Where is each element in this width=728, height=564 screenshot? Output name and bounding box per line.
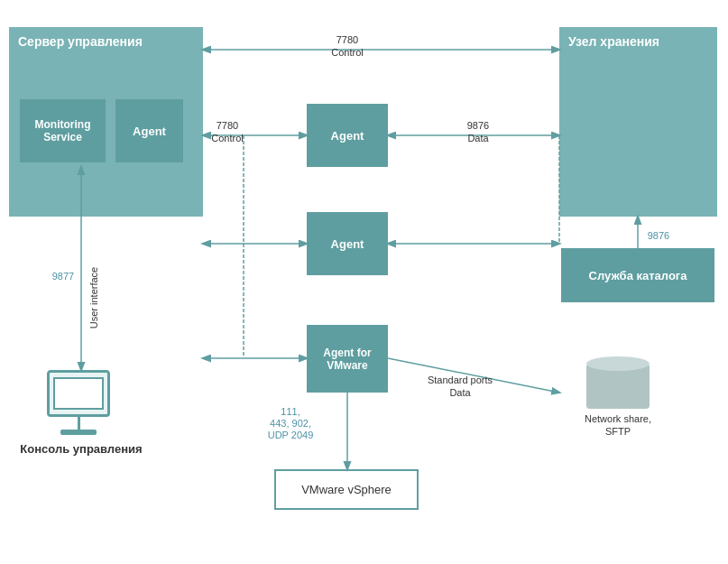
agent2-box: Agent (307, 212, 388, 275)
agent2-label: Agent (331, 237, 364, 251)
monitoring-box: MonitoringService (20, 99, 106, 162)
agent1-label: Agent (331, 129, 364, 143)
svg-text:User interface: User interface (88, 267, 99, 328)
svg-text:9876: 9876 (467, 120, 489, 131)
catalog-box: Служба каталога (561, 248, 714, 302)
svg-text:111,: 111, (281, 406, 299, 417)
agent-server-box: Agent (115, 99, 183, 162)
agent-server-label: Agent (133, 125, 166, 138)
svg-text:Control: Control (331, 47, 363, 58)
vmware-label: VMware vSphere (301, 483, 392, 496)
network-share-cylinder: Network share,SFTP (585, 356, 651, 439)
storage-box: Узел хранения (559, 27, 717, 217)
svg-text:9876: 9876 (648, 230, 669, 241)
svg-text:443, 902,: 443, 902, (270, 418, 311, 429)
svg-text:9877: 9877 (52, 271, 74, 282)
svg-text:Data: Data (449, 387, 471, 398)
agent-vmware-label: Agent forVMware (323, 347, 371, 372)
server-label: Сервер управления (18, 34, 143, 49)
catalog-label: Служба каталога (589, 269, 687, 282)
monitoring-label: MonitoringService (35, 118, 91, 143)
svg-text:Standard ports: Standard ports (428, 374, 493, 385)
network-share-label: Network share,SFTP (585, 412, 651, 439)
svg-text:UDP 2049: UDP 2049 (268, 430, 314, 440)
svg-line-13 (388, 358, 559, 393)
vmware-box: VMware vSphere (274, 469, 419, 510)
monitor-screen (47, 370, 110, 417)
svg-text:Data: Data (467, 133, 489, 143)
agent-vmware-box: Agent forVMware (307, 325, 388, 393)
cylinder-top (586, 356, 650, 371)
svg-text:7780: 7780 (217, 120, 238, 131)
console-monitor (47, 370, 110, 435)
svg-text:Control: Control (211, 133, 243, 143)
console-label: Консоль управления (18, 442, 144, 456)
monitor-base (60, 430, 97, 435)
storage-label: Узел хранения (568, 34, 659, 49)
monitor-inner (53, 377, 104, 410)
diagram: Сервер управления Узел хранения Monitori… (0, 0, 728, 564)
monitor-stand (78, 417, 80, 430)
agent1-box: Agent (307, 104, 388, 167)
svg-text:7780: 7780 (336, 34, 358, 45)
